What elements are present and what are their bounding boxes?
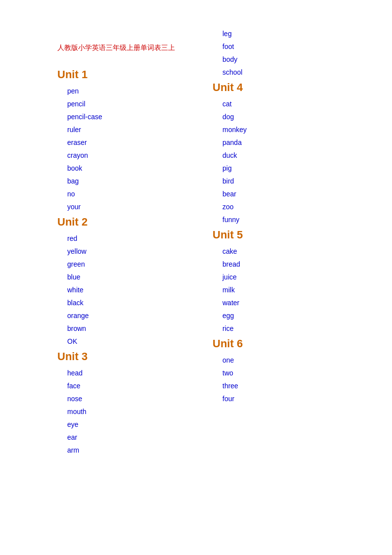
list-item: funny <box>222 216 247 224</box>
unit2-title: Unit 2 <box>57 216 102 229</box>
list-item: orange <box>67 312 102 320</box>
list-item: OK <box>67 337 102 345</box>
list-item: bag <box>67 177 102 185</box>
unit2-section: Unit 2 red yellow green blue white black… <box>57 216 102 345</box>
list-item: your <box>67 203 102 211</box>
list-item: foot <box>222 43 247 50</box>
list-item: black <box>67 299 102 307</box>
list-item: dog <box>222 113 247 121</box>
list-item: ruler <box>67 126 102 134</box>
list-item: two <box>222 369 247 377</box>
unit5-title: Unit 5 <box>213 229 247 241</box>
unit1-title: Unit 1 <box>57 68 102 81</box>
list-item: four <box>222 395 247 403</box>
list-item: monkey <box>222 126 247 134</box>
list-item: green <box>67 260 102 268</box>
list-item: yellow <box>67 247 102 255</box>
list-item: no <box>67 190 102 198</box>
list-item: pencil <box>67 100 102 108</box>
list-item: arm <box>67 446 102 454</box>
unit4-title: Unit 4 <box>213 81 247 94</box>
list-item: rice <box>222 324 247 332</box>
list-item: nose <box>67 395 102 403</box>
list-item: milk <box>222 286 247 294</box>
list-item: head <box>67 369 102 377</box>
list-item: zoo <box>222 203 247 211</box>
unit3-extra-section: leg foot body school <box>213 30 247 76</box>
unit6-title: Unit 6 <box>213 337 247 350</box>
list-item: juice <box>222 273 247 281</box>
list-item: body <box>222 55 247 63</box>
list-item: three <box>222 382 247 390</box>
list-item: pencil-case <box>67 113 102 121</box>
list-item: bear <box>222 190 247 198</box>
unit4-section: Unit 4 cat dog monkey panda duck pig bir… <box>213 81 247 224</box>
unit3-title: Unit 3 <box>57 350 102 363</box>
list-item: ear <box>67 433 102 441</box>
list-item: red <box>67 234 102 242</box>
left-column: Unit 1 pen pencil pencil-case ruler eras… <box>57 64 102 459</box>
list-item: panda <box>222 139 247 146</box>
list-item: mouth <box>67 408 102 416</box>
list-item: one <box>222 356 247 364</box>
list-item: duck <box>222 151 247 159</box>
list-item: white <box>67 286 102 294</box>
unit3-section: Unit 3 head face nose mouth eye ear arm <box>57 350 102 454</box>
page-title: 人教版小学英语三年级上册单词表三上 <box>57 44 175 52</box>
list-item: school <box>222 68 247 76</box>
list-item: crayon <box>67 151 102 159</box>
list-item: blue <box>67 273 102 281</box>
unit6-section: Unit 6 one two three four <box>213 337 247 403</box>
list-item: cat <box>222 100 247 108</box>
list-item: pen <box>67 87 102 95</box>
list-item: bread <box>222 260 247 268</box>
list-item: egg <box>222 312 247 320</box>
unit5-section: Unit 5 cake bread juice milk water egg r… <box>213 229 247 332</box>
list-item: cake <box>222 247 247 255</box>
list-item: eraser <box>67 139 102 146</box>
list-item: bird <box>222 177 247 185</box>
list-item: leg <box>222 30 247 38</box>
list-item: pig <box>222 164 247 172</box>
right-column: leg foot body school Unit 4 cat dog monk… <box>213 30 247 408</box>
list-item: eye <box>67 420 102 428</box>
list-item: face <box>67 382 102 390</box>
list-item: book <box>67 164 102 172</box>
list-item: water <box>222 299 247 307</box>
unit1-section: Unit 1 pen pencil pencil-case ruler eras… <box>57 68 102 211</box>
list-item: brown <box>67 324 102 332</box>
